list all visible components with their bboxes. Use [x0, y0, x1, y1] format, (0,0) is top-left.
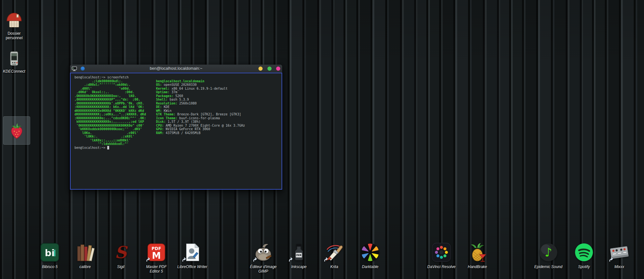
desktop-icon-strawberry[interactable]	[3, 116, 30, 145]
dock-item-gimp[interactable]: Éditeur d'image GIMP	[244, 242, 283, 274]
dock-label: Master PDF Editor 5	[141, 265, 171, 274]
dock-label: Mixxx	[614, 265, 624, 269]
epidemic-sound-icon: ♪	[538, 242, 559, 263]
dock-label: Inkscape	[291, 265, 307, 269]
dock-item-mixxx[interactable]: Mixxx	[600, 242, 639, 269]
svg-text:S: S	[115, 243, 128, 262]
terminal-titlebar[interactable]: ben@localhost.localdomain:~	[70, 65, 282, 73]
fetch-info-line: ben@localhost.localdomain	[156, 79, 245, 83]
dock-item-davinci-resolve[interactable]: DaVinci Resolve	[422, 242, 461, 269]
dock-label: Krita	[330, 265, 338, 269]
desktop-icon-home-folder[interactable]: Dossier personnel	[1, 12, 28, 40]
mixxx-mixer-icon	[609, 242, 630, 263]
svg-text:INK: INK	[296, 253, 302, 257]
davinci-resolve-icon	[431, 242, 452, 263]
dock-label: Epidemic Sound	[534, 265, 562, 269]
shortcut-arrow-emblem	[288, 257, 294, 262]
terminal-cursor	[107, 146, 109, 149]
dock-label: Bibisco 5	[42, 265, 58, 269]
fetch-info-line: Resolution: 2560x1080	[156, 102, 245, 105]
dock-item-bibisco[interactable]: bi Bibisco 5	[30, 242, 69, 269]
fetch-info-line: Kernel: x86_64 Linux 6.19.9-1-default	[156, 87, 245, 91]
dock-item-darktable[interactable]: Darktable	[351, 242, 389, 269]
svg-text:♪: ♪	[544, 246, 552, 259]
desktop-icon-label: Dossier personnel	[1, 31, 28, 40]
dock-item-sigil[interactable]: S Sigil	[101, 242, 140, 269]
fetch-info-line: RAM: 4375MiB / 64205MiB	[156, 131, 245, 135]
close-button[interactable]	[276, 67, 280, 71]
terminal-prompt-line: ben@localhost:~>	[74, 146, 280, 150]
dock-item-spotify[interactable]: Spotify	[565, 242, 603, 269]
dock-label: Spotify	[578, 265, 590, 269]
fetch-info-line: OS: openSUSE 20260330	[156, 83, 245, 87]
shortcut-arrow-emblem	[324, 257, 329, 262]
darktable-colorwheel-icon	[360, 242, 381, 263]
shortcut-arrow-emblem	[182, 257, 187, 262]
master-pdf-icon: PDF M	[146, 242, 167, 263]
terminal-viewport[interactable]: ben@localhost:~> screenfetch .;ldkO0000O…	[70, 73, 282, 190]
dock-label: LibreOffice Writer	[177, 265, 207, 269]
shortcut-arrow-emblem	[146, 257, 151, 262]
strawberry-icon	[7, 121, 26, 140]
dock-item-handbrake[interactable]: HandBrake	[458, 242, 497, 269]
screenfetch-output: .;ldkO0000Okdl;. .;d00xl:^''''''^:ok00d;…	[74, 79, 280, 146]
dock-label: DaVinci Resolve	[427, 265, 456, 269]
shell-prompt: ben@localhost:~>	[74, 146, 105, 149]
fetch-info-line: Icon Theme: buuf-icons-for-plasma	[156, 116, 245, 120]
home-folder-icon	[5, 12, 23, 29]
minimize-button[interactable]	[258, 67, 263, 71]
kdeconnect-device-icon	[6, 50, 22, 67]
svg-text:bi: bi	[45, 248, 55, 258]
fetch-info-line: Disk: 1,5T / 3,9T (38%)	[156, 120, 245, 124]
desktop-icon-kdeconnect[interactable]: KDEConnect	[1, 50, 28, 74]
fetch-info-line: Shell: bash 5.3.9	[156, 98, 245, 102]
gimp-wilber-icon	[253, 242, 274, 263]
desktop-icon-label: KDEConnect	[3, 69, 25, 74]
fetch-info-line: CPU: AMD Ryzen 7 2700X Eight-Core @ 16x …	[156, 124, 245, 128]
libreoffice-writer-icon	[182, 242, 203, 263]
dock-item-master-pdf-editor[interactable]: PDF M Master PDF Editor 5	[137, 242, 176, 274]
krita-paintbrush-icon	[324, 242, 345, 263]
dock-label: Darktable	[362, 265, 378, 269]
terminal-window[interactable]: ben@localhost.localdomain:~ ben@localhos…	[70, 65, 282, 190]
fetch-info-line: Uptime: 37m	[156, 90, 245, 94]
terminal-command-line: ben@localhost:~> screenfetch	[74, 76, 280, 79]
bibisco-icon: bi	[39, 242, 60, 263]
shortcut-arrow-emblem	[253, 257, 258, 262]
fetch-info-line: Packages: 5260	[156, 94, 245, 98]
fetch-info-line: GPU: NVIDIA GeForce RTX 3060	[156, 127, 245, 131]
desktop: Dossier personnel KDEConnect	[0, 0, 644, 279]
svg-text:M: M	[152, 250, 161, 261]
dock-label: calibre	[79, 265, 91, 269]
maximize-button[interactable]	[267, 67, 272, 71]
dock-label: Sigil	[117, 265, 125, 269]
dock-item-epidemic-sound[interactable]: ♪ Epidemic Sound	[529, 242, 568, 269]
dock-item-inkscape[interactable]: INK Inkscape	[280, 242, 318, 269]
fetch-info-line: DE: KDE	[156, 105, 245, 109]
fetch-info-line: GTK Theme: Breeze-Dark [GTK2], Breeze [G…	[156, 113, 245, 116]
dock-item-krita[interactable]: Krita	[315, 242, 353, 269]
system-info-block: ben@localhost.localdomainOS: openSUSE 20…	[156, 79, 245, 146]
dock-item-calibre[interactable]: calibre	[66, 242, 104, 269]
dock-label: Éditeur d'image GIMP	[248, 265, 278, 274]
calibre-books-icon	[74, 242, 96, 263]
sigil-s-icon: S	[110, 242, 131, 263]
titlebar-blue-dot-button[interactable]	[81, 67, 85, 71]
handbrake-pineapple-icon	[467, 242, 488, 263]
fetch-info-line: WM: KWin	[156, 109, 245, 113]
shortcut-arrow-emblem	[609, 257, 614, 262]
spotify-icon	[573, 242, 595, 263]
dock-item-libreoffice-writer[interactable]: LibreOffice Writer	[173, 242, 212, 269]
inkscape-ink-bottle-icon: INK	[288, 242, 309, 263]
dock-label: HandBrake	[468, 265, 487, 269]
shell-command: screenfetch	[105, 76, 128, 79]
shell-prompt: ben@localhost:~>	[74, 76, 105, 79]
konsole-app-icon	[72, 66, 77, 71]
window-title: ben@localhost.localdomain:~	[99, 66, 253, 71]
opensuse-ascii-logo: .;ldkO0000Okdl;. .;d00xl:^''''''^:ok00d;…	[74, 79, 156, 146]
